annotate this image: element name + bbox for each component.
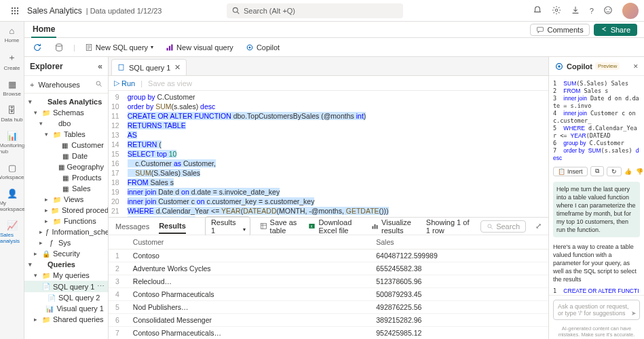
- svg-point-13: [606, 8, 607, 9]
- leftrail-sales-analysis[interactable]: 📈Sales analysis: [0, 220, 24, 244]
- svg-point-7: [14, 12, 16, 14]
- ribbon-tab-home[interactable]: Home: [31, 22, 56, 38]
- copy-button-1[interactable]: ⧉: [590, 166, 604, 176]
- leftrail-monitoring-hub[interactable]: 📊Monitoring hub: [0, 131, 24, 155]
- settings-icon[interactable]: [552, 5, 561, 16]
- svg-point-0: [12, 7, 13, 8]
- tree-sales-analytics[interactable]: ▾Sales Analytics: [24, 96, 108, 107]
- send-icon[interactable]: ➤: [631, 310, 637, 317]
- copilot-code-block-1: 1 SUM(S.Sales) Sales 2 FROM Sales s 3 in…: [553, 80, 640, 162]
- svg-line-24: [100, 85, 102, 87]
- table-row[interactable]: 3Relecloud…512378605.96: [109, 275, 548, 288]
- visualize-results-button[interactable]: Visualize results: [371, 218, 417, 235]
- tree-my-queries[interactable]: ▾📁My queries: [24, 270, 108, 281]
- svg-point-16: [56, 43, 62, 46]
- thumbs-up-icon[interactable]: 👍: [624, 168, 632, 175]
- svg-point-2: [17, 7, 18, 8]
- save-as-table-button[interactable]: Save as table: [260, 218, 299, 235]
- comments-button[interactable]: Comments: [530, 24, 589, 36]
- share-button[interactable]: Share: [594, 24, 637, 36]
- tree-shared-queries[interactable]: ▸📁Shared queries: [24, 314, 108, 325]
- notification-icon[interactable]: [533, 5, 542, 16]
- tree-queries[interactable]: ▾Queries: [24, 259, 108, 270]
- warehouses-label: Warehouses: [38, 81, 79, 89]
- leftrail-data-hub[interactable]: 🗄Data hub: [1, 105, 22, 123]
- tree-views[interactable]: ▸📁Views: [24, 194, 108, 205]
- copilot-title: Copilot: [567, 62, 592, 71]
- leftrail-browse[interactable]: ▦Browse: [3, 79, 21, 97]
- leftrail-my-workspace[interactable]: 👤My workspace: [0, 188, 25, 212]
- leftrail-create[interactable]: ＋Create: [3, 52, 20, 71]
- tree-schemas[interactable]: ▾📁Schemas: [24, 107, 108, 118]
- app-title: Sales Analytics: [27, 6, 82, 16]
- copilot-button[interactable]: Copilot: [243, 42, 282, 53]
- svg-point-22: [248, 46, 250, 48]
- tree-sql-query-1[interactable]: 📄SQL query 1⋯: [24, 281, 108, 292]
- tree-geography[interactable]: ▦Geography: [24, 161, 108, 172]
- svg-rect-25: [119, 64, 124, 70]
- download-excel-button[interactable]: XDownload Excel file: [308, 218, 362, 235]
- global-search[interactable]: Search (Alt +Q): [227, 3, 403, 18]
- help-icon[interactable]: ?: [590, 7, 594, 15]
- app-launcher-icon[interactable]: [5, 7, 24, 15]
- results-search[interactable]: Search: [480, 220, 526, 233]
- data-icon[interactable]: [52, 41, 67, 54]
- explorer-search-icon[interactable]: [95, 80, 102, 89]
- data-updated-label: | Data updated 1/12/23: [86, 7, 162, 15]
- svg-point-32: [488, 224, 491, 227]
- table-row[interactable]: 6Consolidated Messenger389215282.96: [109, 314, 548, 327]
- thumbs-down-icon[interactable]: 👎: [636, 168, 643, 175]
- file-tab-sql-query-1[interactable]: SQL query 1 ✕: [111, 59, 187, 75]
- user-avatar[interactable]: [622, 3, 639, 19]
- svg-point-1: [14, 7, 16, 8]
- table-row[interactable]: 7Contoso Pharmaceuticals…952425985.12: [109, 327, 548, 340]
- regenerate-button-1[interactable]: ↻: [607, 167, 622, 176]
- tree-security[interactable]: ▸🔒Security: [24, 248, 108, 259]
- table-row[interactable]: 5Nod Publishers…492876225.56: [109, 301, 548, 314]
- new-sql-query-button[interactable]: New SQL query▾: [82, 42, 156, 53]
- close-copilot-icon[interactable]: ✕: [633, 63, 639, 70]
- tree-customer[interactable]: ▦Customer: [24, 140, 108, 151]
- tree-sys[interactable]: ▸ƒSys: [24, 237, 108, 248]
- tree-dbo[interactable]: ▾dbo: [24, 118, 108, 129]
- tree-visual-query-1[interactable]: 📊Visual query 1: [24, 303, 108, 314]
- download-icon[interactable]: [571, 5, 580, 16]
- tree-information-schema[interactable]: ▸ƒInformation_schema: [24, 226, 108, 237]
- expand-results-icon[interactable]: ⤢: [535, 222, 542, 231]
- tree-date[interactable]: ▦Date: [24, 151, 108, 161]
- table-row[interactable]: 1Contoso640487122.599989: [109, 250, 548, 262]
- tree-tables[interactable]: ▾📁Tables: [24, 129, 108, 140]
- svg-point-8: [17, 12, 18, 14]
- tree-products[interactable]: ▦Products: [24, 172, 108, 183]
- table-row[interactable]: 2Adventure Works Cycles655245582.38: [109, 262, 548, 275]
- tree-sql-query-2[interactable]: 📄SQL query 2: [24, 292, 108, 303]
- svg-point-14: [609, 8, 609, 9]
- copilot-input[interactable]: Ask a question or request, or type '/' f…: [553, 300, 640, 320]
- save-as-view-button[interactable]: Save as view: [148, 79, 192, 87]
- copilot-code-block-2: 1 CREATE OR ALTER FUNCTION dbo.TopCus 2 …: [553, 287, 640, 295]
- messages-tab[interactable]: Messages: [115, 220, 149, 233]
- new-visual-query-button[interactable]: New visual query: [163, 42, 236, 53]
- svg-rect-31: [377, 225, 378, 229]
- table-row[interactable]: 4Contoso Pharmaceuticals500879293.45: [109, 288, 548, 301]
- explorer-title: Explorer: [30, 62, 63, 71]
- svg-point-6: [12, 12, 13, 14]
- copilot-assistant-message: Here's a way to create a table valued fu…: [553, 243, 640, 283]
- collapse-explorer-icon[interactable]: «: [98, 62, 102, 71]
- leftrail-workspaces[interactable]: ▢Workspaces: [0, 163, 26, 180]
- tree-sales[interactable]: ▦Sales: [24, 183, 108, 194]
- close-tab-icon[interactable]: ✕: [174, 63, 181, 72]
- results-tab[interactable]: Results: [159, 219, 186, 234]
- copilot-icon: [554, 62, 564, 71]
- leftrail-home[interactable]: ⌂Home: [5, 26, 19, 43]
- results-dropdown[interactable]: Results 1 ▾: [205, 216, 250, 237]
- refresh-button[interactable]: [30, 41, 45, 54]
- add-warehouse-icon[interactable]: +: [30, 81, 34, 89]
- tree-functions[interactable]: ▸📁Functions: [24, 216, 108, 226]
- insert-button-1[interactable]: 📋 Insert: [553, 167, 588, 176]
- svg-point-12: [605, 6, 612, 14]
- run-button[interactable]: ▷ Run: [114, 79, 135, 87]
- svg-point-11: [555, 9, 558, 12]
- tree-stored-procedures[interactable]: ▸📁Stored procedures: [24, 205, 108, 216]
- feedback-icon[interactable]: [603, 5, 613, 16]
